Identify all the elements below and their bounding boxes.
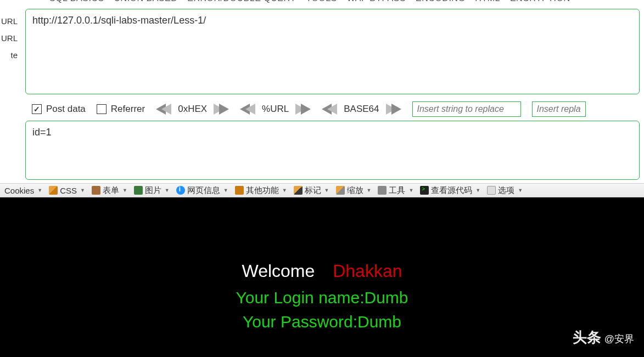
wrench-icon xyxy=(378,186,387,195)
chevron-down-icon: ▼ xyxy=(324,188,329,193)
image-icon xyxy=(134,186,143,195)
arrow-left-icon xyxy=(327,104,337,115)
url-encode-label: %URL xyxy=(255,104,295,115)
rendered-page: Welcome Dhakkan Your Login name:Dumb You… xyxy=(0,197,644,357)
chevron-down-icon: ▼ xyxy=(518,188,523,193)
clipboard-icon xyxy=(92,186,100,195)
chevron-down-icon: ▼ xyxy=(282,188,287,193)
arrow-right-icon xyxy=(219,104,229,115)
arrow-right-icon xyxy=(391,104,401,115)
marker-icon xyxy=(294,186,303,195)
top-menu: SQL BASICS UNION BASED ERROR/DOUBLE QUER… xyxy=(43,0,644,7)
base64-label: BASE64 xyxy=(337,104,385,115)
checkbox-icon xyxy=(32,104,42,114)
chevron-down-icon: ▼ xyxy=(80,188,85,193)
hex-encode-button[interactable]: 0xHEX xyxy=(156,104,229,115)
menu-union-based[interactable]: UNION BASED xyxy=(114,0,178,3)
toolbar-cookies[interactable]: Cookies▼ xyxy=(3,186,43,195)
referrer-checkbox[interactable]: Referrer xyxy=(97,104,145,115)
welcome-heading: Welcome Dhakkan xyxy=(0,261,644,281)
toolbar-forms[interactable]: 表单▼ xyxy=(91,185,128,196)
terminal-icon xyxy=(420,186,429,195)
chevron-down-icon: ▼ xyxy=(37,188,42,193)
post-data-input[interactable]: id=1 xyxy=(25,121,640,180)
toolbar-options[interactable]: 选项▼ xyxy=(486,185,524,196)
controls-row: Post data Referrer 0xHEX %URL BASE64 xyxy=(32,101,640,117)
menu-sql-basics[interactable]: SQL BASICS xyxy=(49,0,104,3)
chevron-down-icon: ▼ xyxy=(475,188,480,193)
options-icon xyxy=(487,186,496,195)
menu-html[interactable]: HTML xyxy=(475,0,500,3)
book-icon xyxy=(235,186,244,195)
chevron-down-icon: ▼ xyxy=(223,188,228,193)
chevron-down-icon: ▼ xyxy=(165,188,170,193)
referrer-label: Referrer xyxy=(111,104,145,115)
chevron-down-icon: ▼ xyxy=(122,188,127,193)
sidebar-url-2[interactable]: URL xyxy=(1,33,18,43)
post-data-checkbox[interactable]: Post data xyxy=(32,104,86,115)
welcome-text: Welcome xyxy=(242,261,315,281)
menu-tools[interactable]: TOOLS xyxy=(306,0,337,3)
url-input-box[interactable]: http://127.0.0.1/sqli-labs-master/Less-1… xyxy=(25,9,640,94)
menu-encoding[interactable]: ENCODING xyxy=(416,0,465,3)
watermark-handle: @安界 xyxy=(604,332,634,345)
watermark-brand: 头条 xyxy=(573,328,601,347)
sidebar-te[interactable]: te xyxy=(1,50,18,60)
url-input-value: http://127.0.0.1/sqli-labs-master/Less-1… xyxy=(32,15,632,26)
chevron-down-icon: ▼ xyxy=(367,188,372,193)
checkbox-icon xyxy=(97,104,107,114)
arrow-left-icon xyxy=(161,104,171,115)
devtools-toolbar: Cookies▼ CSS▼ 表单▼ 图片▼ 网页信息▼ 其他功能▼ 标记▼ 缩放… xyxy=(0,183,644,197)
toolbar-css[interactable]: CSS▼ xyxy=(48,186,86,195)
password-line: Your Password:Dumb xyxy=(0,313,644,331)
toolbar-pageinfo[interactable]: 网页信息▼ xyxy=(175,185,229,196)
menu-error-double[interactable]: ERROR/DOUBLE QUERY xyxy=(187,0,296,3)
toolbar-zoom[interactable]: 缩放▼ xyxy=(335,185,373,196)
menu-waf-bypass[interactable]: WAF BYPASS xyxy=(347,0,406,3)
toolbar-images[interactable]: 图片▼ xyxy=(133,185,171,196)
toolbar-viewsource[interactable]: 查看源代码▼ xyxy=(419,185,481,196)
replace-with-input[interactable] xyxy=(532,101,586,117)
url-encode-button[interactable]: %URL xyxy=(240,104,311,115)
post-data-value: id=1 xyxy=(32,127,52,138)
replace-string-input[interactable] xyxy=(412,101,521,117)
toolbar-mark[interactable]: 标记▼ xyxy=(293,185,331,196)
welcome-name: Dhakkan xyxy=(333,261,402,281)
sidebar-url-1[interactable]: URL xyxy=(1,16,18,26)
arrow-right-icon xyxy=(301,104,311,115)
toolbar-tools[interactable]: 工具▼ xyxy=(377,185,415,196)
arrow-left-icon xyxy=(245,104,255,115)
info-icon xyxy=(176,186,185,195)
chevron-down-icon: ▼ xyxy=(408,188,413,193)
base64-encode-button[interactable]: BASE64 xyxy=(322,104,401,115)
menu-encryption[interactable]: ENCRYPTION xyxy=(510,0,570,3)
pencil-icon xyxy=(49,186,58,195)
sidebar: URL URL te xyxy=(0,16,18,60)
login-name-line: Your Login name:Dumb xyxy=(0,288,644,307)
zoom-icon xyxy=(336,186,345,195)
toolbar-other[interactable]: 其他功能▼ xyxy=(234,185,288,196)
post-data-label: Post data xyxy=(46,104,86,115)
watermark: 头条 @安界 xyxy=(573,328,634,347)
hex-label: 0xHEX xyxy=(171,104,214,115)
